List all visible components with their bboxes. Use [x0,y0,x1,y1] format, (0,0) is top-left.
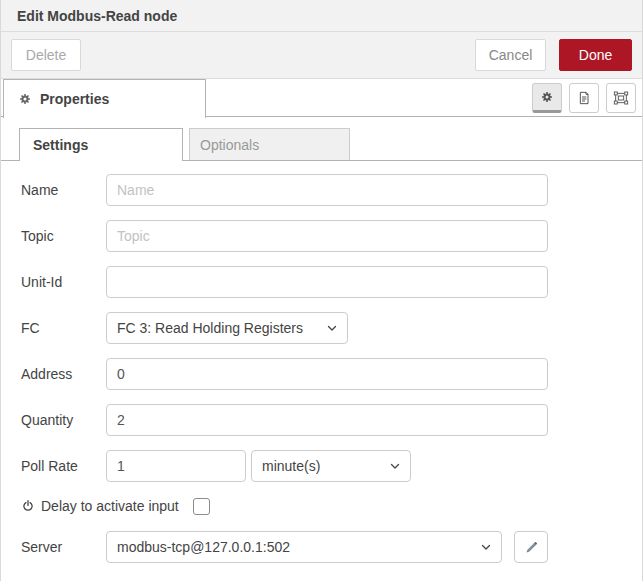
chevron-down-icon [480,541,492,553]
poll-rate-unit-select[interactable]: minute(s) [251,450,411,482]
settings-tab-bar: Settings Optionals [1,117,642,161]
settings-form: Name Topic Unit-Id FC FC 3: Read Holding… [1,161,642,563]
pencil-icon [524,540,539,555]
poll-rate-row: Poll Rate minute(s) [21,450,642,482]
dialog-toolbar: Delete Cancel Done [1,32,642,79]
server-row: Server modbus-tcp@127.0.0.1:502 [21,531,642,563]
fc-select-value: FC 3: Read Holding Registers [117,320,303,336]
appearance-tab-button[interactable] [606,83,636,113]
server-select-value: modbus-tcp@127.0.0.1:502 [117,539,290,555]
file-text-icon [576,90,592,106]
dialog-title: Edit Modbus-Read node [17,8,177,24]
poll-rate-input[interactable] [106,450,246,482]
quantity-label: Quantity [21,412,106,428]
server-label: Server [21,539,106,555]
address-label: Address [21,366,106,382]
editor-tab-buttons [532,83,636,113]
edit-node-dialog: Edit Modbus-Read node Delete Cancel Done [0,0,643,581]
tab-settings[interactable]: Settings [19,128,183,161]
fc-row: FC FC 3: Read Holding Registers [21,312,642,344]
unit-id-input[interactable] [106,266,548,298]
server-select[interactable]: modbus-tcp@127.0.0.1:502 [106,531,502,563]
delay-label: Delay to activate input [41,498,179,514]
object-group-icon [613,90,629,106]
editor-tab-bar: Properties [1,79,642,117]
chevron-down-icon [389,460,401,472]
topic-input[interactable] [106,220,548,252]
properties-tab-button[interactable] [532,83,562,113]
address-input[interactable] [106,358,548,390]
unit-id-row: Unit-Id [21,266,642,298]
delay-row: Delay to activate input [21,496,642,516]
done-button[interactable]: Done [559,39,632,71]
description-tab-button[interactable] [569,83,599,113]
chevron-down-icon [326,322,338,334]
tab-properties-label: Properties [40,91,109,107]
tab-settings-label: Settings [33,137,88,153]
topic-label: Topic [21,228,106,244]
name-label: Name [21,182,106,198]
quantity-input[interactable] [106,404,548,436]
tab-properties[interactable]: Properties [3,79,206,118]
poll-rate-label: Poll Rate [21,458,106,474]
name-row: Name [21,174,642,206]
fc-select[interactable]: FC 3: Read Holding Registers [106,312,348,344]
cancel-button[interactable]: Cancel [475,39,546,71]
unit-id-label: Unit-Id [21,274,106,290]
server-edit-button[interactable] [514,531,548,563]
gear-icon [540,90,554,104]
power-icon [21,499,35,513]
fc-label: FC [21,320,106,336]
tab-optionals-label: Optionals [200,137,259,153]
address-row: Address [21,358,642,390]
topic-row: Topic [21,220,642,252]
poll-rate-unit-value: minute(s) [262,458,320,474]
name-input[interactable] [106,174,548,206]
delete-button[interactable]: Delete [11,39,81,71]
delay-checkbox[interactable] [193,498,210,515]
quantity-row: Quantity [21,404,642,436]
dialog-header: Edit Modbus-Read node [1,0,642,32]
gear-icon [18,92,32,106]
tab-optionals[interactable]: Optionals [189,128,350,160]
